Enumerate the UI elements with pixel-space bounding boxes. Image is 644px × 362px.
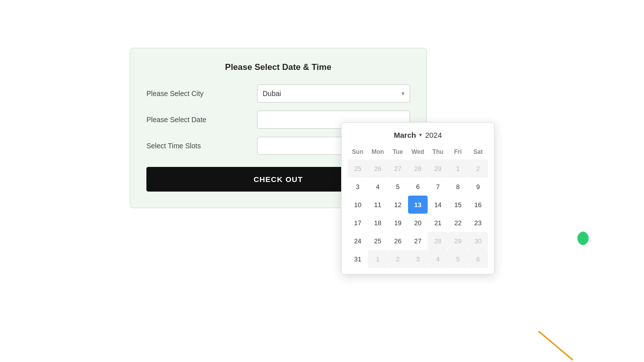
calendar-day-cell[interactable]: 7: [428, 177, 448, 196]
calendar-day-cell[interactable]: 25: [368, 232, 388, 250]
calendar-day-cell[interactable]: 9: [468, 177, 488, 196]
calendar-day-cell[interactable]: 13: [408, 196, 428, 214]
calendar-body: 2526272829123456789101112131415161718192…: [348, 159, 488, 268]
calendar-popup: March ▾ 2024 SunMonTueWedThuFriSat 25262…: [341, 122, 495, 275]
calendar-day-cell: 2: [388, 250, 408, 268]
calendar-day-cell[interactable]: 11: [368, 196, 388, 214]
calendar-day-header: Mon: [368, 146, 388, 159]
calendar-month-dropdown[interactable]: ▾: [419, 132, 422, 138]
calendar-week-row: 3456789: [348, 177, 488, 196]
decorative-circle: [575, 231, 589, 245]
calendar-day-cell[interactable]: 12: [388, 196, 408, 214]
calendar-day-cell[interactable]: 22: [448, 214, 468, 232]
calendar-day-cell: 5: [448, 250, 468, 268]
calendar-day-cell: 3: [408, 250, 428, 268]
calendar-day-cell: 4: [428, 250, 448, 268]
city-dropdown-arrow: ▾: [401, 90, 405, 97]
calendar-day-cell: 25: [348, 159, 368, 177]
calendar-day-cell[interactable]: 15: [448, 196, 468, 214]
calendar-day-cell[interactable]: 27: [408, 232, 428, 250]
calendar-day-cell[interactable]: 18: [368, 214, 388, 232]
calendar-grid: SunMonTueWedThuFriSat 252627282912345678…: [348, 146, 488, 268]
calendar-day-cell: 2: [468, 159, 488, 177]
calendar-day-cell[interactable]: 16: [468, 196, 488, 214]
calendar-day-cell[interactable]: 4: [368, 177, 388, 196]
calendar-day-cell[interactable]: 5: [388, 177, 408, 196]
calendar-day-cell: 28: [408, 159, 428, 177]
calendar-week-row: 31123456: [348, 250, 488, 268]
calendar-day-cell[interactable]: 6: [408, 177, 428, 196]
calendar-day-cell[interactable]: 31: [348, 250, 368, 268]
calendar-day-cell: 29: [428, 159, 448, 177]
calendar-day-cell[interactable]: 19: [388, 214, 408, 232]
form-title: Please Select Date & Time: [146, 62, 410, 72]
calendar-year: 2024: [425, 131, 442, 139]
calendar-day-cell[interactable]: 8: [448, 177, 468, 196]
calendar-day-header: Fri: [448, 146, 468, 159]
calendar-day-cell: 1: [448, 159, 468, 177]
calendar-day-header: Sat: [468, 146, 488, 159]
city-select[interactable]: Dubai ▾: [257, 84, 410, 103]
calendar-day-cell[interactable]: 10: [348, 196, 368, 214]
city-value: Dubai: [263, 89, 281, 98]
calendar-day-cell[interactable]: 21: [428, 214, 448, 232]
timeslot-label: Select Time Slots: [146, 142, 257, 150]
calendar-day-cell: 6: [468, 250, 488, 268]
calendar-day-cell: 27: [388, 159, 408, 177]
calendar-week-row: 10111213141516: [348, 196, 488, 214]
calendar-day-cell: 1: [368, 250, 388, 268]
date-label: Please Select Date: [146, 116, 257, 124]
city-label: Please Select City: [146, 89, 257, 98]
calendar-day-header: Thu: [428, 146, 448, 159]
calendar-day-cell[interactable]: 23: [468, 214, 488, 232]
calendar-day-headers: SunMonTueWedThuFriSat: [348, 146, 488, 159]
calendar-day-cell[interactable]: 3: [348, 177, 368, 196]
calendar-day-cell: 28: [428, 232, 448, 250]
calendar-day-header: Tue: [388, 146, 408, 159]
city-row: Please Select City Dubai ▾: [146, 84, 410, 103]
calendar-day-header: Sun: [348, 146, 368, 159]
calendar-day-cell[interactable]: 14: [428, 196, 448, 214]
calendar-day-cell: 29: [448, 232, 468, 250]
calendar-header: March ▾ 2024: [348, 131, 488, 139]
calendar-day-cell: 26: [368, 159, 388, 177]
decorative-line: [538, 330, 574, 360]
calendar-day-header: Wed: [408, 146, 428, 159]
calendar-week-row: 24252627282930: [348, 232, 488, 250]
calendar-day-cell[interactable]: 24: [348, 232, 368, 250]
calendar-month: March: [394, 131, 416, 139]
calendar-day-cell: 30: [468, 232, 488, 250]
calendar-week-row: 252627282912: [348, 159, 488, 177]
calendar-day-cell[interactable]: 17: [348, 214, 368, 232]
calendar-week-row: 17181920212223: [348, 214, 488, 232]
calendar-day-cell[interactable]: 20: [408, 214, 428, 232]
calendar-day-cell[interactable]: 26: [388, 232, 408, 250]
